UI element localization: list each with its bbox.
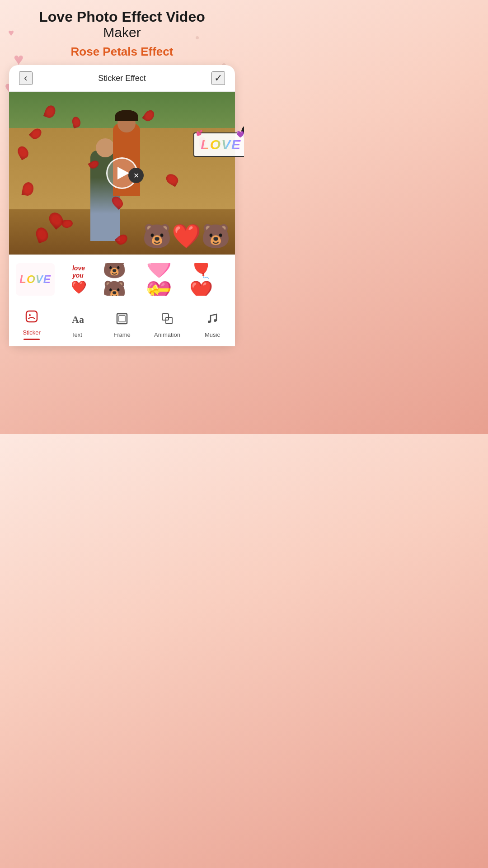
sticker-item-love-you[interactable]: loveyou ❤️ — [59, 263, 98, 296]
person1-head — [96, 138, 115, 157]
love-sticker-overlay[interactable]: 💕 LOVE 💜 — [193, 132, 244, 157]
main-container: Love Photo Effect Video Maker Rose Petal… — [0, 0, 244, 346]
svg-rect-0 — [26, 311, 37, 322]
play-icon — [117, 167, 129, 179]
animation-nav-label: Animation — [154, 331, 180, 338]
bear-heart-sticker-overlay[interactable]: 🐻❤️🐻 — [142, 222, 230, 250]
card-header: ‹ Sticker Effect ✓ — [9, 65, 235, 92]
person2-hair — [115, 110, 138, 121]
back-button[interactable]: ‹ — [19, 71, 33, 85]
card-title: Sticker Effect — [98, 74, 146, 83]
app-title: Love Photo Effect Video Maker — [39, 9, 205, 40]
nav-item-sticker[interactable]: Sticker — [16, 310, 47, 340]
svg-text:Aa: Aa — [72, 314, 84, 325]
app-title-line2: Maker — [39, 25, 205, 40]
svg-rect-4 — [119, 316, 125, 322]
editor-card: ‹ Sticker Effect ✓ — [9, 65, 235, 346]
love-sticker-box: 💕 LOVE 💜 — [193, 132, 244, 157]
love-sticker-text: LOVE — [201, 137, 241, 152]
love-you-heart-icon: ❤️ — [71, 280, 87, 295]
sticker-item-pink-hearts[interactable]: 🩷💝 — [146, 263, 185, 296]
bottom-nav: Sticker Aa Text — [9, 304, 235, 346]
music-nav-label: Music — [205, 331, 220, 338]
svg-point-7 — [208, 321, 211, 323]
rose-petals-label: Rose Petals Effect — [71, 45, 174, 59]
sticker-item-red-balloons[interactable]: 🎈❤️ — [189, 263, 228, 296]
nav-item-text[interactable]: Aa Text — [61, 312, 93, 338]
nav-item-music[interactable]: Music — [197, 312, 228, 338]
confirm-button[interactable]: ✓ — [211, 71, 225, 85]
sticker-love-label: LOVE — [19, 273, 51, 286]
text-nav-icon: Aa — [70, 312, 84, 329]
music-nav-icon — [206, 312, 219, 329]
video-area: 🐻❤️🐻 💕 LOVE 💜 ✕ — [9, 92, 235, 255]
sticker-picker-row: LOVE loveyou ❤️ 🐻🐻 🩷💝 🎈❤️ — [9, 255, 235, 304]
sticker-hearts-deco: 💕 — [196, 130, 203, 136]
nav-item-frame[interactable]: Frame — [106, 312, 138, 338]
sticker-nav-label: Sticker — [23, 329, 41, 336]
svg-point-8 — [214, 319, 216, 322]
nav-item-animation[interactable]: Animation — [151, 312, 183, 338]
animation-nav-icon — [160, 312, 174, 329]
photo-canvas: 🐻❤️🐻 — [9, 92, 235, 255]
frame-nav-label: Frame — [113, 331, 131, 338]
active-indicator — [23, 339, 40, 340]
sticker-item-love-text[interactable]: LOVE — [16, 263, 55, 296]
close-sticker-button[interactable]: ✕ — [128, 168, 144, 183]
sticker-nav-icon — [25, 310, 38, 326]
love-you-text: loveyou — [72, 264, 85, 279]
sticker-heart-deco2: 💜 — [236, 131, 244, 138]
frame-nav-icon — [115, 312, 129, 329]
sticker-item-bears[interactable]: 🐻🐻 — [103, 263, 141, 296]
svg-point-1 — [29, 314, 31, 316]
text-nav-label: Text — [71, 331, 82, 338]
app-title-line1: Love Photo Effect Video — [39, 9, 205, 25]
